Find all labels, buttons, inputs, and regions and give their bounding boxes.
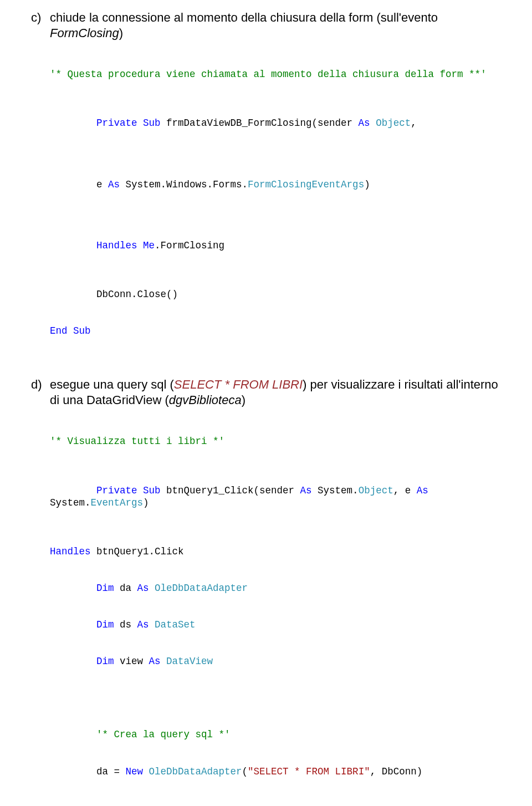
- text-italic: dgvBiblioteca: [169, 393, 242, 407]
- kw: Private: [96, 118, 137, 129]
- list-letter-c: c): [31, 10, 50, 361]
- code: da =: [50, 766, 126, 777]
- type: Object: [370, 118, 411, 129]
- code: System.: [312, 485, 359, 496]
- section-c: c) chiude la connessione al momento dell…: [31, 10, 501, 361]
- code-block-c: '* Questa procedura viene chiamata al mo…: [50, 44, 501, 361]
- blank: [50, 692, 56, 703]
- code: ds: [114, 619, 137, 630]
- code: ): [364, 179, 376, 190]
- type: DataSet: [149, 619, 196, 630]
- code: , e: [393, 485, 417, 496]
- kw: Me: [137, 240, 155, 251]
- kw: Handles: [50, 546, 91, 557]
- kw: Dim: [50, 583, 114, 594]
- kw: End: [50, 325, 68, 336]
- kw: As: [108, 179, 120, 190]
- comment: '* Crea la query sql *': [50, 729, 231, 740]
- code-block-d: '* Visualizza tutti i libri *' Private S…: [50, 411, 501, 806]
- code: view: [114, 656, 149, 667]
- section-d: d) esegue una query sql (SELECT * FROM L…: [31, 377, 501, 806]
- kw: Dim: [50, 656, 114, 667]
- comment: '* Questa procedura viene chiamata al mo…: [50, 69, 487, 80]
- kw: Sub: [68, 325, 91, 336]
- text-italic: FormClosing: [50, 26, 119, 40]
- code: DbConn.Close(): [50, 289, 178, 300]
- code: (: [242, 766, 248, 777]
- kw: New: [126, 766, 144, 777]
- kw: As: [417, 485, 428, 496]
- kw: Handles: [96, 240, 137, 251]
- type: Object: [359, 485, 393, 496]
- kw: As: [149, 656, 161, 667]
- kw: Dim: [50, 619, 114, 630]
- string: "SELECT * FROM LIBRI": [248, 766, 370, 777]
- kw: Sub: [137, 485, 161, 496]
- section-c-text: chiude la connessione al momento della c…: [50, 10, 501, 40]
- code: .FormClosing: [155, 240, 224, 251]
- code: da: [114, 583, 137, 594]
- text: ): [119, 26, 123, 40]
- kw: As: [359, 118, 370, 129]
- kw: Private: [96, 485, 137, 496]
- code: e: [96, 179, 108, 190]
- code: ): [143, 497, 155, 508]
- kw: Sub: [137, 118, 161, 129]
- code: frmDataViewDB_FormClosing(sender: [161, 118, 359, 129]
- kw: As: [137, 619, 149, 630]
- code: ,: [411, 118, 422, 129]
- type: EventArgs: [91, 497, 144, 508]
- blank: [50, 803, 56, 806]
- type: DataView: [161, 656, 213, 667]
- sql-snippet: SELECT * FROM LIBRI: [174, 378, 303, 391]
- code: btnQuery1_Click(sender: [161, 485, 300, 496]
- section-d-text: esegue una query sql (SELECT * FROM LIBR…: [50, 377, 501, 407]
- type: OleDbDataAdapter: [143, 766, 242, 777]
- code: btnQuery1.Click: [91, 546, 184, 557]
- text: esegue una query sql (: [50, 378, 174, 391]
- kw: As: [137, 583, 149, 594]
- text: chiude la connessione al momento della c…: [50, 11, 438, 24]
- comment: '* Visualizza tutti i libri *': [50, 436, 224, 447]
- kw: As: [300, 485, 312, 496]
- type: OleDbDataAdapter: [149, 583, 248, 594]
- list-letter-d: d): [31, 377, 50, 806]
- code: , DbConn): [370, 766, 423, 777]
- code: System.Windows.Forms.: [120, 179, 248, 190]
- type: FormClosingEventArgs: [248, 179, 364, 190]
- text: ): [242, 393, 245, 407]
